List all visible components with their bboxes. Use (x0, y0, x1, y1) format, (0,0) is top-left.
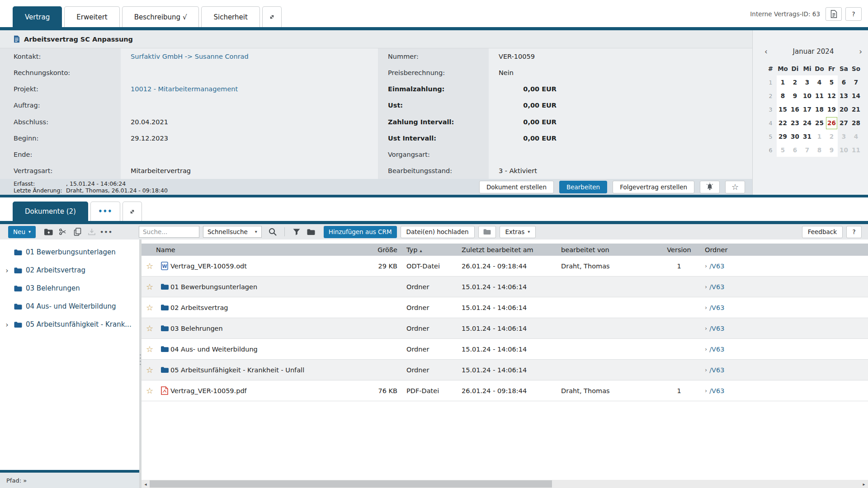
document-info-button[interactable] (826, 7, 842, 21)
dokument-erstellen-button[interactable]: Dokument erstellen (479, 181, 554, 193)
new-folder-button[interactable] (41, 226, 56, 238)
column-header-bearbeitet-von[interactable]: bearbeitet von (561, 246, 665, 253)
tab-vertrag[interactable]: Vertrag (13, 6, 62, 27)
calendar-day[interactable]: 12 (826, 89, 838, 103)
calendar-day[interactable]: 8 (813, 143, 826, 157)
calendar-day[interactable]: 25 (813, 116, 826, 130)
copy-button[interactable] (70, 226, 85, 238)
calendar-day-selected[interactable]: 26 (826, 116, 838, 130)
bearbeiten-button[interactable]: Bearbeiten (559, 181, 607, 193)
calendar-day[interactable]: 9 (826, 143, 838, 157)
calendar-day[interactable]: 16 (789, 103, 801, 116)
feedback-button[interactable]: Feedback (802, 226, 843, 238)
calendar-day[interactable]: 30 (789, 130, 801, 143)
calendar-day[interactable]: 4 (813, 75, 826, 89)
calendar-day[interactable]: 1 (777, 75, 789, 89)
calendar-day[interactable]: 13 (838, 89, 850, 103)
add-from-crm-button[interactable]: Hinzufügen aus CRM (324, 226, 397, 238)
tab-erweitert[interactable]: Erweitert (64, 6, 119, 27)
table-row[interactable]: ☆01 BewerbungsunterlagenOrdner15.01.24 -… (142, 277, 868, 297)
calendar-day[interactable]: 7 (801, 143, 813, 157)
calendar-day[interactable]: 23 (789, 116, 801, 130)
tab-dokumente[interactable]: Dokumente (2) (13, 202, 88, 221)
calendar-day[interactable]: 2 (826, 130, 838, 143)
favorite-star-icon[interactable]: ☆ (142, 387, 159, 395)
table-row[interactable]: ☆WVertrag_VER-10059.odt29 KBODT-Datei26.… (142, 256, 868, 277)
calendar-prev-icon[interactable]: ‹ (764, 47, 776, 56)
calendar-day[interactable]: 28 (850, 116, 862, 130)
filter-button[interactable] (289, 226, 304, 238)
folder-link[interactable]: /V63 (709, 283, 724, 291)
search-button[interactable] (265, 226, 280, 238)
favorite-star-icon[interactable]: ☆ (142, 283, 159, 291)
folder-link[interactable]: /V63 (709, 263, 724, 270)
column-header-zuletzt-bearbeitet-am[interactable]: Zuletzt bearbeitet am (462, 246, 561, 253)
chevron-right-icon[interactable]: › (4, 320, 10, 329)
table-row[interactable]: ☆03 BelehrungenOrdner15.01.24 - 14:06:14… (142, 318, 868, 339)
upload-files-button[interactable]: Datei(en) hochladen (401, 226, 475, 238)
calendar-day[interactable]: 7 (850, 75, 862, 89)
column-header-version[interactable]: Version (665, 246, 693, 253)
calendar-day[interactable]: 29 (777, 130, 789, 143)
calendar-day[interactable]: 19 (826, 103, 838, 116)
tree-item-01-bewerbungsunterlagen[interactable]: 01 Bewerbungsunterlagen (0, 243, 139, 261)
chevron-right-icon[interactable]: › (4, 266, 10, 275)
help-button[interactable]: ? (845, 7, 862, 21)
favorite-button[interactable]: ☆ (725, 181, 745, 193)
expand-tab[interactable] (262, 6, 282, 27)
folder-link[interactable]: /V63 (709, 346, 724, 353)
calendar-day[interactable]: 27 (838, 116, 850, 130)
calendar-day[interactable]: 3 (801, 75, 813, 89)
folgevertrag-erstellen-button[interactable]: Folgevertrag erstellen (613, 181, 694, 193)
calendar-next-icon[interactable]: › (850, 47, 862, 56)
favorite-star-icon[interactable]: ☆ (142, 366, 159, 374)
calendar-day[interactable]: 11 (813, 89, 826, 103)
calendar-day[interactable]: 10 (838, 143, 850, 157)
scrollbar-thumb[interactable] (150, 480, 552, 488)
cut-button[interactable] (56, 226, 70, 238)
calendar-day[interactable]: 22 (777, 116, 789, 130)
column-header-name[interactable]: Name (142, 246, 352, 253)
calendar-day[interactable]: 10 (801, 89, 813, 103)
calendar-day[interactable]: 31 (801, 130, 813, 143)
neu-button[interactable]: Neu ▾ (8, 226, 36, 238)
favorite-star-icon[interactable]: ☆ (142, 262, 159, 270)
column-header-größe[interactable]: Größe (352, 246, 398, 253)
field-value-kontakt[interactable]: Surfaktiv GmbH -> Susanne Conrad (121, 48, 378, 65)
tab-sicherheit[interactable]: Sicherheit (201, 6, 259, 27)
favorite-star-icon[interactable]: ☆ (142, 304, 159, 312)
calendar-day[interactable]: 2 (789, 75, 801, 89)
calendar-day[interactable]: 6 (838, 75, 850, 89)
calendar-day[interactable]: 5 (777, 143, 789, 157)
tab-beschreibung[interactable]: Beschreibung √ (122, 6, 199, 27)
calendar-day[interactable]: 11 (850, 143, 862, 157)
documents-expand-tab[interactable] (123, 202, 142, 221)
table-row[interactable]: ☆02 ArbeitsvertragOrdner15.01.24 - 14:06… (142, 297, 868, 318)
calendar-day[interactable]: 5 (826, 75, 838, 89)
calendar-day[interactable]: 3 (838, 130, 850, 143)
calendar-day[interactable]: 8 (777, 89, 789, 103)
tree-item-02-arbeitsvertrag[interactable]: ›02 Arbeitsvertrag (0, 261, 139, 279)
favorite-star-icon[interactable]: ☆ (142, 324, 159, 333)
quick-search-select[interactable]: Schnellsuche ▾ (203, 226, 262, 238)
more-tabs-tab[interactable]: ••• (90, 202, 120, 221)
calendar-day[interactable]: 1 (813, 130, 826, 143)
folder-view-button[interactable] (304, 226, 318, 238)
calendar-day[interactable]: 18 (813, 103, 826, 116)
alarm-button[interactable] (700, 181, 720, 193)
scrollbar-track[interactable] (150, 480, 860, 488)
calendar-day[interactable]: 9 (789, 89, 801, 103)
calendar-day[interactable]: 20 (838, 103, 850, 116)
scroll-left-icon[interactable]: ◂ (142, 480, 150, 488)
field-value-projekt[interactable]: 10012 - Mitarbeitermanagement (121, 81, 378, 97)
table-row[interactable]: ☆05 Arbeitsunfähigkeit - Krankheit - Unf… (142, 360, 868, 380)
scroll-right-icon[interactable]: ▸ (860, 480, 868, 488)
calendar-day[interactable]: 17 (801, 103, 813, 116)
folder-link[interactable]: /V63 (709, 304, 724, 311)
tree-item-04-aus-und-weiterbildung[interactable]: 04 Aus- und Weiterbildung (0, 297, 139, 315)
more-actions-button[interactable]: ••• (99, 226, 113, 238)
download-button[interactable] (85, 226, 99, 238)
calendar-day[interactable]: 14 (850, 89, 862, 103)
favorite-star-icon[interactable]: ☆ (142, 345, 159, 353)
tree-item-03-belehrungen[interactable]: 03 Belehrungen (0, 279, 139, 297)
